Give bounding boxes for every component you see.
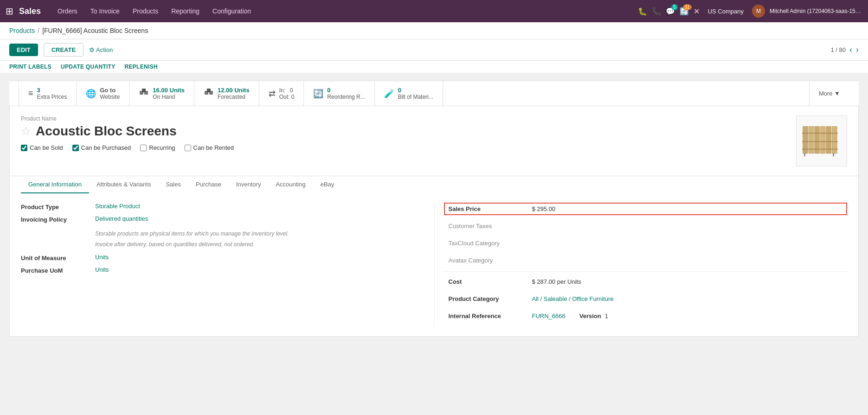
- replenish-button[interactable]: REPLENISH: [125, 64, 158, 70]
- edit-button[interactable]: EDIT: [9, 44, 38, 56]
- sales-price-label: Sales Price: [449, 205, 532, 212]
- apps-icon[interactable]: ⊞: [6, 6, 13, 17]
- form-section-right: Sales Price $ 295.00 Customer Taxes TaxC…: [434, 203, 848, 327]
- avatar[interactable]: M: [752, 5, 765, 18]
- transfer-icon: ⇄: [269, 89, 276, 99]
- go-to-website-label: Website: [100, 94, 120, 100]
- product-category-value[interactable]: All / Saleable / Office Furniture: [532, 295, 614, 302]
- tab-purchase[interactable]: Purchase: [188, 176, 229, 193]
- create-button[interactable]: CREATE: [44, 43, 84, 57]
- units-on-hand-value: 16.00 Units: [153, 87, 185, 94]
- cost-value[interactable]: $ 287.00 per Units: [532, 278, 581, 285]
- invoicing-policy-value[interactable]: Delivered quantities: [95, 215, 148, 222]
- prev-record-arrow[interactable]: ‹: [849, 45, 852, 55]
- go-to-website-value: Go to: [100, 87, 120, 94]
- tab-accounting[interactable]: Accounting: [268, 176, 313, 193]
- internal-ref-value[interactable]: FURN_6666: [532, 313, 566, 319]
- print-labels-button[interactable]: PRINT LABELS: [9, 64, 51, 70]
- can-be-purchased-checkbox[interactable]: Can be Purchased: [72, 144, 131, 151]
- tab-inventory[interactable]: Inventory: [229, 176, 268, 193]
- units-forecasted-value: 12.00 Units: [218, 87, 250, 94]
- hints-row: Storable products are physical items for…: [21, 228, 416, 249]
- more-label: More ▼: [819, 90, 840, 97]
- product-type-value[interactable]: Storable Product: [95, 203, 140, 210]
- close-icon[interactable]: ✕: [694, 7, 700, 16]
- topnav-right: 🐛 📞 💬 5 🔄 31 ✕ US Company M Mitchell Adm…: [638, 5, 862, 18]
- breadcrumb-parent[interactable]: Products: [9, 27, 35, 34]
- product-checkboxes: Can be Sold Can be Purchased Recurring C…: [21, 144, 787, 151]
- svg-rect-2: [142, 89, 146, 92]
- main-content: Product Name ☆ Acoustic Bloc Screens Can…: [9, 106, 859, 337]
- taxcloud-label: TaxCloud Category: [449, 240, 532, 247]
- product-category-label: Product Category: [449, 295, 532, 302]
- out-value: Out: 0: [279, 94, 295, 100]
- bom-label: Bill of Materi...: [398, 94, 433, 100]
- extra-prices-label: Extra Prices: [37, 94, 67, 100]
- bom-icon: 🧪: [384, 89, 394, 99]
- customer-taxes-row: Customer Taxes: [444, 220, 848, 232]
- reordering-button[interactable]: 🔄 0 Reordering R...: [304, 81, 374, 106]
- product-type-row: Product Type Storable Product: [21, 203, 416, 211]
- next-record-arrow[interactable]: ›: [856, 45, 859, 55]
- sub-action-bar: PRINT LABELS UPDATE QUANTITY REPLENISH: [0, 61, 868, 73]
- purchase-uom-row: Purchase UoM Units: [21, 266, 416, 274]
- purchase-uom-value[interactable]: Units: [95, 266, 109, 273]
- nav-configuration[interactable]: Configuration: [207, 5, 257, 18]
- chat-badge: 5: [671, 4, 678, 10]
- breadcrumb-current: [FURN_6666] Acoustic Bloc Screens: [42, 27, 148, 34]
- user-name: Mitchell Admin (17204063-saas-15-1-a: [770, 8, 862, 14]
- forecast-icon: [204, 87, 214, 100]
- version-label: Version: [579, 313, 601, 319]
- hint2: Invoice after delivery, based on quantit…: [95, 240, 289, 249]
- can-be-rented-checkbox[interactable]: Can be Rented: [185, 144, 234, 151]
- product-type-label: Product Type: [21, 203, 95, 211]
- purchase-uom-label: Purchase UoM: [21, 266, 95, 274]
- tab-general-information[interactable]: General Information: [21, 176, 89, 193]
- tab-ebay[interactable]: eBay: [313, 176, 342, 193]
- tab-attributes-variants[interactable]: Attributes & Variants: [89, 176, 159, 193]
- more-button[interactable]: More ▼: [809, 81, 849, 106]
- update-quantity-button[interactable]: UPDATE QUANTITY: [61, 64, 116, 70]
- tab-sales[interactable]: Sales: [158, 176, 188, 193]
- in-out-button[interactable]: ⇄ In: 0 Out: 0: [259, 81, 304, 106]
- top-navigation: ⊞ Sales Orders To Invoice Products Repor…: [0, 0, 868, 22]
- product-name-row: ☆ Acoustic Bloc Screens: [21, 124, 787, 139]
- nav-reporting[interactable]: Reporting: [166, 5, 205, 18]
- phone-icon[interactable]: 📞: [652, 7, 661, 16]
- bug-icon[interactable]: 🐛: [638, 7, 647, 16]
- refresh-icon[interactable]: 🔄 31: [680, 7, 689, 16]
- nav-orders[interactable]: Orders: [52, 5, 83, 18]
- chat-icon[interactable]: 💬 5: [666, 7, 675, 16]
- product-name-label: Product Name: [21, 115, 787, 122]
- recurring-checkbox[interactable]: Recurring: [140, 144, 175, 151]
- uom-value[interactable]: Units: [95, 254, 109, 261]
- version-value: 1: [605, 313, 608, 319]
- favorite-star-icon[interactable]: ☆: [21, 125, 31, 138]
- uom-label: Unit of Measure: [21, 254, 95, 262]
- units-on-hand-label: On Hand: [153, 94, 185, 100]
- units-forecasted-button[interactable]: 12.00 Units Forecasted: [194, 81, 259, 106]
- action-menu[interactable]: ⚙ Action: [89, 46, 113, 53]
- taxcloud-row: TaxCloud Category: [444, 237, 848, 249]
- bom-button[interactable]: 🧪 0 Bill of Materi...: [375, 81, 443, 106]
- tabs-bar: General Information Attributes & Variant…: [10, 176, 858, 193]
- units-on-hand-button[interactable]: 16.00 Units On Hand: [129, 81, 194, 106]
- cost-row: Cost $ 287.00 per Units: [444, 275, 848, 288]
- units-forecasted-label: Forecasted: [218, 94, 250, 100]
- sales-price-row: Sales Price $ 295.00: [444, 203, 848, 215]
- internal-ref-row: Internal Reference FURN_6666 Version 1: [444, 310, 848, 322]
- product-image[interactable]: [796, 115, 847, 166]
- extra-prices-button[interactable]: ≡ 3 Extra Prices: [19, 81, 77, 106]
- nav-to-invoice[interactable]: To Invoice: [85, 5, 125, 18]
- nav-links: Orders To Invoice Products Reporting Con…: [52, 5, 636, 18]
- svg-rect-12: [802, 133, 838, 134]
- hint1: Storable products are physical items for…: [95, 230, 289, 238]
- nav-products[interactable]: Products: [127, 5, 164, 18]
- go-to-website-button[interactable]: 🌐 Go to Website: [77, 81, 129, 106]
- sales-price-value[interactable]: $ 295.00: [532, 205, 556, 212]
- reorder-icon: 🔄: [313, 89, 323, 99]
- avatax-row: Avatax Category: [444, 254, 848, 267]
- breadcrumb: Products / [FURN_6666] Acoustic Bloc Scr…: [0, 22, 868, 39]
- product-title-section: Product Name ☆ Acoustic Bloc Screens Can…: [21, 115, 787, 151]
- can-be-sold-checkbox[interactable]: Can be Sold: [21, 144, 63, 151]
